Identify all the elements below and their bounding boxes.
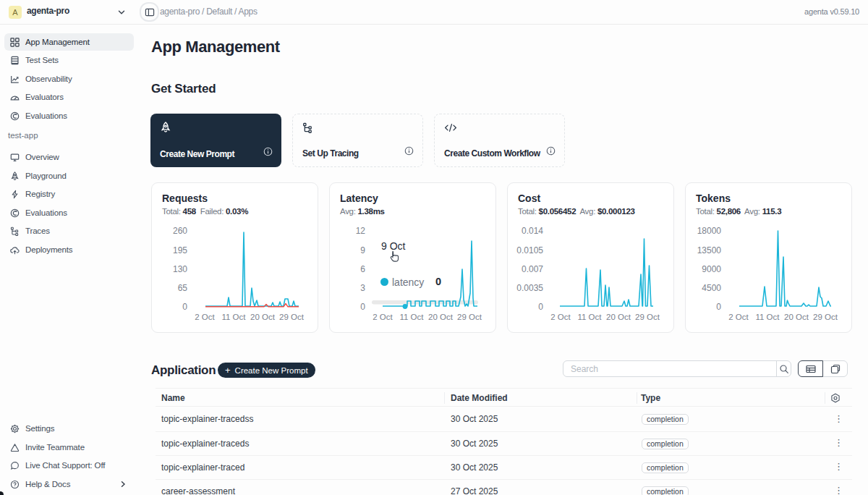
svg-text:0: 0 [182,302,187,312]
svg-text:3: 3 [360,283,365,293]
svg-text:0.0035: 0.0035 [516,283,543,293]
svg-text:2 Oct: 2 Oct [550,313,571,321]
svg-text:29 Oct: 29 Oct [457,313,482,321]
svg-text:12: 12 [356,226,366,236]
svg-text:29 Oct: 29 Oct [635,313,660,321]
svg-text:11 Oct: 11 Oct [577,313,602,321]
svg-text:195: 195 [173,245,187,255]
svg-text:0: 0 [538,302,543,312]
svg-text:13500: 13500 [697,245,722,255]
svg-text:11 Oct: 11 Oct [221,313,246,321]
svg-text:11 Oct: 11 Oct [399,313,424,321]
svg-text:2 Oct: 2 Oct [373,313,393,321]
svg-text:2 Oct: 2 Oct [195,313,215,321]
svg-text:130: 130 [173,264,187,274]
svg-text:0.0105: 0.0105 [516,245,543,255]
svg-text:20 Oct: 20 Oct [250,313,276,321]
svg-text:0: 0 [360,302,365,312]
svg-text:11 Oct: 11 Oct [755,313,780,321]
svg-text:65: 65 [178,283,188,293]
svg-text:29 Oct: 29 Oct [813,313,838,321]
svg-text:0.007: 0.007 [522,264,543,274]
svg-text:9: 9 [360,245,365,255]
svg-text:20 Oct: 20 Oct [784,313,809,321]
svg-text:4500: 4500 [702,283,721,293]
svg-text:29 Oct: 29 Oct [279,313,305,321]
svg-text:0.014: 0.014 [522,226,543,236]
svg-text:260: 260 [173,226,187,236]
svg-text:18000: 18000 [697,226,722,236]
svg-text:9000: 9000 [702,264,721,274]
svg-text:6: 6 [360,264,365,274]
svg-text:0: 0 [716,302,721,312]
svg-text:20 Oct: 20 Oct [428,313,454,321]
svg-text:2 Oct: 2 Oct [728,313,749,321]
svg-text:20 Oct: 20 Oct [606,313,631,321]
